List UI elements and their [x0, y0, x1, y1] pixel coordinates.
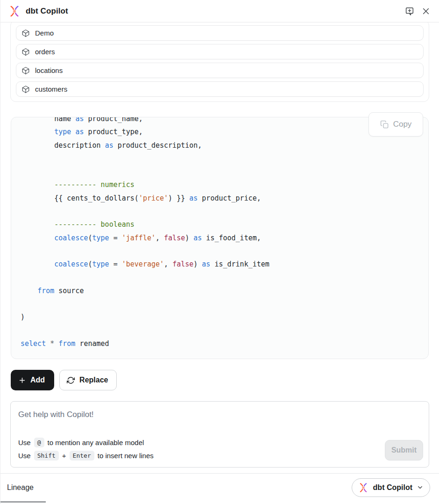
- copy-icon: [380, 120, 389, 129]
- tab-lineage[interactable]: Lineage: [7, 483, 34, 492]
- actions-row: Add Replace: [11, 370, 439, 390]
- add-button-label: Add: [30, 376, 45, 384]
- model-chip-label: orders: [35, 48, 55, 56]
- panel-header: dbt Copilot: [0, 0, 439, 22]
- composer-hints: Use@to mention any available modelUseShi…: [18, 438, 154, 461]
- prompt-input[interactable]: Get help with Copilot!: [11, 402, 429, 419]
- model-cube-icon: [21, 85, 30, 94]
- code-line: from source: [21, 284, 428, 297]
- hint-text: Use: [18, 439, 31, 446]
- code-line: [21, 324, 428, 337]
- open-in-new-window-button[interactable]: [404, 5, 416, 18]
- active-tab-indicator: [0, 501, 46, 503]
- code-line: description as product_description,: [21, 139, 428, 152]
- model-chip[interactable]: Demo: [16, 25, 424, 41]
- bubble-plus-icon: [404, 6, 415, 17]
- code-line: ---------- numerics: [21, 178, 428, 191]
- code-line: [21, 245, 428, 258]
- header-actions: [404, 5, 432, 18]
- code-line: [21, 152, 428, 165]
- model-list: Demoorderslocationscustomers: [10, 22, 429, 102]
- sql-code: name as product_name, type as product_ty…: [11, 117, 428, 350]
- prompt-composer: Get help with Copilot! Use@to mention an…: [10, 401, 429, 468]
- composer-hint: Use@to mention any available model: [18, 438, 154, 447]
- hint-text: to mention any available model: [48, 439, 144, 446]
- replace-button[interactable]: Replace: [59, 370, 117, 390]
- code-line: [21, 297, 428, 310]
- model-chip[interactable]: customers: [16, 81, 424, 97]
- hint-text: Use: [18, 452, 31, 460]
- composer-bottom: Use@to mention any available modelUseShi…: [18, 438, 423, 461]
- model-chip[interactable]: orders: [16, 44, 424, 59]
- code-line: select * from renamed: [21, 337, 428, 350]
- kbd-key: Shift: [34, 451, 59, 461]
- code-line: {{ cents_to_dollars('price') }} as produ…: [21, 192, 428, 205]
- model-chip-label: locations: [35, 66, 63, 74]
- model-chip-label: customers: [35, 85, 67, 93]
- model-chip-label: Demo: [35, 29, 54, 37]
- close-icon: [421, 7, 431, 16]
- add-button[interactable]: Add: [11, 370, 54, 390]
- code-line: [21, 205, 428, 218]
- bottom-bar: Lineage dbt Copilot: [0, 473, 439, 504]
- code-line: name as product_name,: [21, 117, 428, 125]
- code-preview-panel: name as product_name, type as product_ty…: [11, 117, 429, 359]
- plus-icon: [18, 376, 26, 384]
- dbt-copilot-logo-icon: [8, 5, 21, 17]
- code-line: ): [21, 310, 428, 324]
- copilot-selector-label: dbt Copilot: [373, 483, 412, 492]
- page-title: dbt Copilot: [26, 7, 68, 16]
- copy-button[interactable]: Copy: [368, 112, 423, 137]
- chevron-down-icon: [417, 484, 424, 491]
- code-line: type as product_type,: [21, 125, 428, 138]
- refresh-icon: [67, 376, 75, 384]
- model-cube-icon: [21, 48, 30, 56]
- hint-text: +: [62, 452, 66, 460]
- copy-button-label: Copy: [393, 120, 412, 129]
- replace-button-label: Replace: [79, 376, 108, 384]
- kbd-key: @: [34, 438, 44, 447]
- code-line: [21, 271, 428, 284]
- kbd-key: Enter: [70, 451, 94, 461]
- model-chip[interactable]: locations: [16, 63, 424, 78]
- panel-title-group: dbt Copilot: [8, 5, 68, 17]
- hint-text: to insert new lines: [98, 452, 154, 460]
- code-line: ---------- booleans: [21, 218, 428, 231]
- dbt-copilot-logo-icon: [358, 482, 369, 493]
- scroll-area[interactable]: Demoorderslocationscustomers name as pro…: [0, 22, 439, 473]
- model-cube-icon: [21, 29, 30, 37]
- code-clip: name as product_name, type as product_ty…: [11, 117, 428, 359]
- code-line: coalesce(type = 'beverage', false) as is…: [21, 258, 428, 271]
- close-button[interactable]: [420, 6, 432, 17]
- code-line: [21, 165, 428, 178]
- model-cube-icon: [21, 66, 30, 75]
- copilot-selector-button[interactable]: dbt Copilot: [352, 478, 430, 497]
- submit-button[interactable]: Submit: [385, 440, 423, 461]
- code-line: coalesce(type = 'jaffle', false) as is_f…: [21, 231, 428, 245]
- composer-hint: UseShift+Enterto insert new lines: [18, 451, 154, 461]
